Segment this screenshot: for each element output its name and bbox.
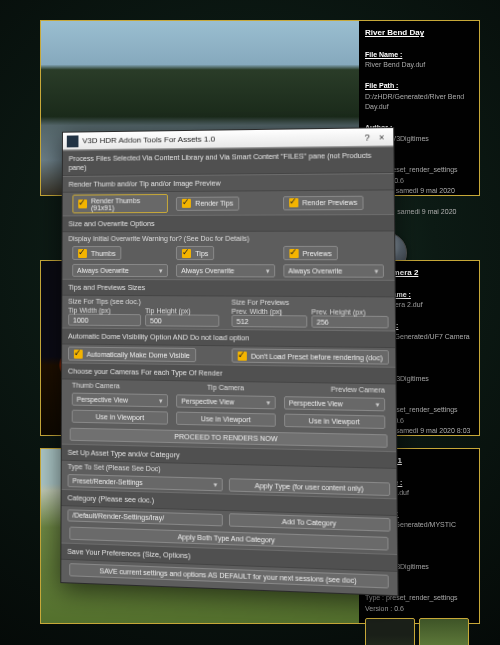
size-tips-label: Size For Tips (see doc.)	[68, 298, 219, 306]
label-filepath: File Path :	[365, 81, 473, 92]
type-to-set-label: Type To Set (Please See Doc)	[68, 463, 161, 472]
tip-height-label: Tip Height (px)	[145, 307, 219, 315]
use-viewport-thumb[interactable]: Use in Viewport	[72, 410, 169, 425]
tips-check[interactable]: Tips	[176, 246, 214, 260]
preview-width-input[interactable]: 512	[231, 315, 307, 328]
thumbs-check[interactable]: Thumbs	[72, 246, 121, 260]
render-previews-toggle[interactable]: Render Previews	[283, 195, 364, 210]
preview-camera-label: Preview Camera	[279, 385, 389, 394]
thumb-camera-label: Thumb Camera	[68, 382, 172, 391]
app-icon	[67, 135, 79, 147]
dont-load-toggle[interactable]: Don't Load Preset before rendering (doc)	[232, 348, 389, 364]
label-filename: File Name :	[365, 50, 473, 61]
render-tips-toggle[interactable]: Render Tips	[176, 196, 239, 210]
check-icon	[289, 248, 298, 257]
check-icon	[289, 198, 298, 207]
hdr-addon-dialog: V3D HDR Addon Tools For Assets 1.0 ? × P…	[60, 127, 398, 596]
render-tti-header: Render Thumb and/or Tip and/or Image Pre…	[63, 173, 394, 193]
value-filepath: D:/zHDR/Generated/River Bend Day.duf	[365, 92, 473, 113]
previews-check[interactable]: Previews	[283, 246, 338, 260]
check-icon	[74, 349, 83, 358]
check-icon	[238, 351, 247, 360]
preview-camera-dd[interactable]: Perspective View	[284, 396, 386, 411]
use-viewport-preview[interactable]: Use in Viewport	[284, 414, 386, 429]
value-filename: River Bend Day.duf	[365, 60, 473, 71]
tip-width-label: Tip Width (px)	[68, 307, 141, 315]
add-category-button[interactable]: Add To Category	[229, 513, 391, 532]
warning-checkbox-row: Thumbs Tips Previews	[62, 244, 394, 263]
tip-camera-dd[interactable]: Perspective View	[176, 394, 275, 409]
tip-camera-label: Tip Camera	[172, 383, 279, 392]
display-warning-label: Display Initial Overwrite Warning for? (…	[68, 235, 249, 242]
size-overwrite-header: Size and Overwrite Options	[63, 214, 395, 232]
value-version: Version : 0.6	[365, 604, 473, 615]
render-thumbs-toggle[interactable]: Render Thumbs (91x91)	[72, 194, 168, 213]
close-button[interactable]: ×	[374, 131, 389, 143]
tips-overwrite-dd[interactable]: Always Overwrite	[176, 264, 275, 277]
process-header: Process Files Selected Via Content Libra…	[63, 146, 394, 176]
size-previews-label: Size For Previews	[231, 299, 388, 307]
auto-dome-toggle[interactable]: Automatically Make Dome Visible	[68, 347, 196, 363]
preview-height-label: Prev. Height (px)	[311, 308, 388, 316]
overwrite-dd-row: Always Overwrite Always Overwrite Always…	[62, 262, 394, 280]
category-input[interactable]: /Default/Render-Settings/Iray/	[67, 509, 222, 526]
help-button[interactable]: ?	[360, 131, 375, 143]
preview-height-input[interactable]: 256	[311, 315, 388, 328]
card-title: River Bend Day	[365, 27, 473, 39]
thumbs-overwrite-dd[interactable]: Always Overwrite	[72, 264, 168, 277]
previews-overwrite-dd[interactable]: Always Overwrite	[283, 264, 384, 278]
check-icon	[78, 249, 87, 258]
dialog-title: V3D HDR Addon Tools For Assets 1.0	[82, 135, 215, 146]
use-viewport-tip[interactable]: Use in Viewport	[176, 412, 275, 427]
render-option-row: Render Thumbs (91x91) Render Tips Render…	[63, 190, 394, 215]
check-icon	[182, 249, 191, 258]
mini-thumb[interactable]: MYSTIC 1	[365, 618, 415, 645]
check-icon	[182, 199, 191, 208]
sizes-header: Tips and Previews Sizes	[62, 279, 394, 298]
tip-width-input[interactable]: 1000	[68, 314, 141, 327]
preview-width-label: Prev. Width (px)	[231, 308, 307, 316]
tip-height-input[interactable]: 500	[145, 314, 219, 327]
mini-thumb[interactable]: MYSTIC 2	[419, 618, 469, 645]
thumb-camera-dd[interactable]: Perspective View	[72, 393, 169, 408]
check-icon	[78, 199, 87, 208]
